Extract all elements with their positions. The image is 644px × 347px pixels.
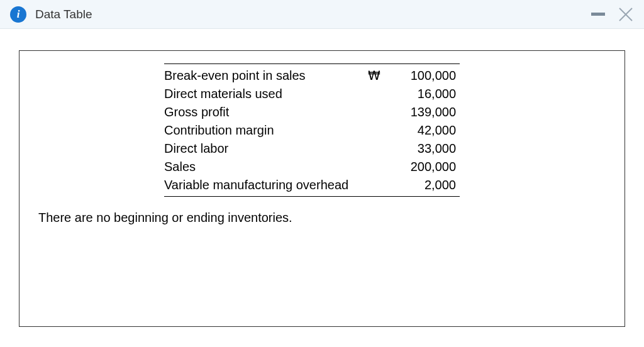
row-value: 100,000 (391, 64, 460, 85)
minimize-icon[interactable] (591, 13, 605, 16)
row-value: 139,000 (391, 103, 460, 121)
table-row: Contribution margin 42,000 (164, 121, 460, 140)
dialog-content: Break-even point in sales ₩ 100,000 Dire… (0, 29, 644, 347)
row-currency (365, 121, 391, 140)
row-currency (365, 103, 391, 121)
row-currency (365, 158, 391, 176)
row-label: Variable manufacturing overhead (164, 176, 365, 197)
row-value: 42,000 (391, 121, 460, 140)
row-label: Gross profit (164, 103, 365, 121)
row-value: 33,000 (391, 140, 460, 158)
data-table: Break-even point in sales ₩ 100,000 Dire… (164, 63, 460, 197)
table-row: Gross profit 139,000 (164, 103, 460, 121)
table-row: Variable manufacturing overhead 2,000 (164, 176, 460, 197)
row-value: 200,000 (391, 158, 460, 176)
row-value: 2,000 (391, 176, 460, 197)
row-label: Direct materials used (164, 85, 365, 103)
row-label: Sales (164, 158, 365, 176)
info-icon: i (10, 6, 26, 23)
row-currency (365, 176, 391, 197)
table-row: Direct materials used 16,000 (164, 85, 460, 103)
table-row: Sales 200,000 (164, 158, 460, 176)
header-controls (591, 6, 634, 23)
row-value: 16,000 (391, 85, 460, 103)
dialog-title: Data Table (35, 8, 92, 21)
row-label: Contribution margin (164, 121, 365, 140)
row-currency: ₩ (365, 64, 391, 85)
table-row: Break-even point in sales ₩ 100,000 (164, 64, 460, 85)
close-icon[interactable] (618, 6, 634, 23)
footnote-text: There are no beginning or ending invento… (38, 211, 606, 225)
table-row: Direct labor 33,000 (164, 140, 460, 158)
row-label: Direct labor (164, 140, 365, 158)
row-currency (365, 140, 391, 158)
dialog-header: i Data Table (0, 0, 644, 29)
data-box: Break-even point in sales ₩ 100,000 Dire… (19, 50, 625, 327)
row-currency (365, 85, 391, 103)
header-left: i Data Table (10, 6, 92, 23)
row-label: Break-even point in sales (164, 64, 365, 85)
